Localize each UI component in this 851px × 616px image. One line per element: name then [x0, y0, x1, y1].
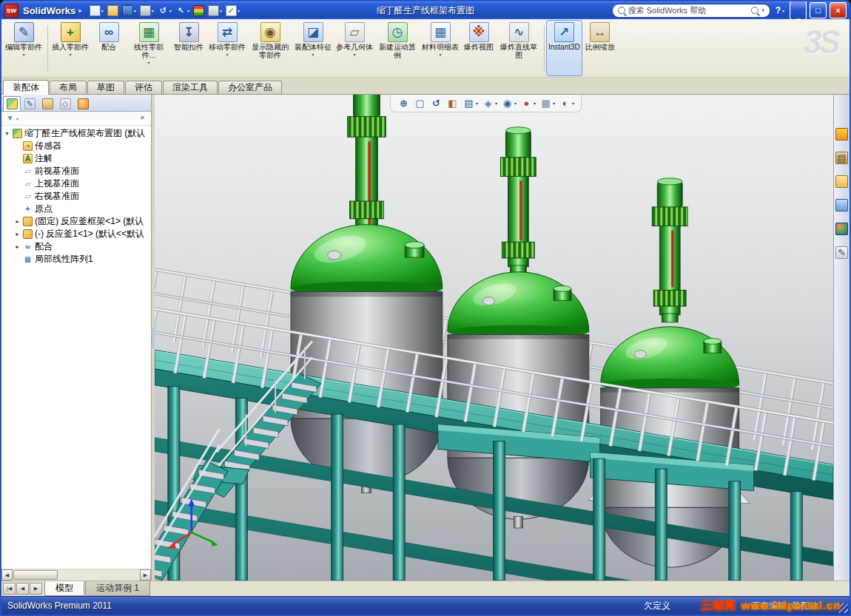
scrollbar-track[interactable] — [13, 569, 140, 581]
panel-overflow-button[interactable]: » — [137, 113, 147, 123]
filter-icon[interactable]: ▼ — [5, 114, 15, 123]
ribbon-tab-label: 办公室产品 — [228, 81, 272, 94]
quick-access-button[interactable]: ✓ ▾ — [224, 4, 241, 17]
restore-button[interactable]: □ — [810, 2, 827, 18]
toolbar-button[interactable]: ⇄ 移动零部件 ▾ — [206, 20, 248, 76]
scroll-right-button[interactable]: ▶ — [140, 569, 151, 581]
solidworks-window: SW SolidWorks ▸ ▾ ▾ ▾ ▾ — [0, 0, 851, 616]
dropdown-caret-icon[interactable]: ▾ — [16, 116, 18, 121]
sheet-tab[interactable]: 运动算例 1 — [85, 581, 150, 596]
quick-access-button[interactable]: ↺ ▾ — [156, 4, 173, 17]
graphics-viewport[interactable]: ⊕ ▾ ▢ ▾ ↺ ▾ ◧ ▾ ▤ ▾ ◈ — [155, 95, 833, 581]
view-tool-button[interactable]: ▤ ▾ — [462, 97, 478, 109]
toolbar-button[interactable]: ▦ 材料明细表 ▾ — [420, 20, 461, 76]
expand-caret-icon[interactable] — [4, 130, 10, 137]
search-icon[interactable] — [751, 7, 758, 14]
toolbar-button-label: Instant3D — [548, 43, 580, 51]
help-search-input[interactable]: 搜索 SolidWorks 帮助 ▾ — [612, 4, 770, 18]
sheet-tab[interactable]: 模型 — [44, 581, 84, 596]
tree-item[interactable]: (固定) 反应釜框架<1> (默认 — [1, 215, 151, 228]
quick-access-button[interactable]: ▾ — [121, 4, 138, 17]
panel-tab[interactable] — [74, 96, 92, 111]
quick-access-button[interactable]: ↖ ▾ — [174, 4, 191, 17]
feature-tree-root[interactable]: 缩丁醛生产线框架布置图 (默认 — [1, 127, 151, 140]
view-tool-button[interactable]: ◧ ▾ — [446, 97, 459, 109]
feature-tree: 缩丁醛生产线框架布置图 (默认 ◔ 传感器 A 注解 — [1, 126, 151, 569]
toolbar-button[interactable]: ▱ 参考几何体 ▾ — [334, 20, 375, 76]
ribbon-tab[interactable]: 布局 — [50, 81, 87, 94]
tree-item[interactable]: ∞ 配合 — [1, 240, 151, 253]
tree-item[interactable]: A 注解 — [1, 152, 151, 165]
tree-item[interactable]: ▦ 局部线性阵列1 — [1, 253, 151, 265]
tree-item[interactable]: (-) 反应釜1<1> (默认<<默认 — [1, 228, 151, 240]
ribbon-tab[interactable]: 草图 — [87, 81, 124, 94]
toolbar-button[interactable]: ↔ 比例缩放 ▾ — [582, 20, 618, 76]
solidworks-logo-icon: SW — [4, 4, 18, 18]
view-tool-button[interactable]: ◈ ▾ — [482, 97, 497, 109]
dropdown-caret-icon[interactable]: ▾ — [761, 7, 764, 13]
sheet-nav-button[interactable]: |◀ — [3, 583, 16, 595]
close-button[interactable]: × — [830, 2, 847, 18]
scroll-left-button[interactable]: ◀ — [1, 569, 13, 581]
ribbon-tab[interactable]: 装配体 — [3, 80, 49, 95]
quick-access-button[interactable]: ▾ — [192, 4, 206, 17]
task-pane-button[interactable] — [835, 175, 849, 189]
panel-tab[interactable]: ◇ — [56, 96, 74, 111]
sheet-nav-button[interactable]: ▶ — [30, 583, 42, 595]
scrollbar-thumb[interactable] — [13, 570, 58, 580]
view-tool-button[interactable]: ⊕ ▾ — [397, 97, 410, 109]
panel-tab[interactable]: ✎ — [21, 96, 38, 111]
toolbar-button[interactable]: ∿ 爆炸直线草图 ▾ — [497, 20, 541, 76]
titlebar[interactable]: SW SolidWorks ▸ ▾ ▾ ▾ ▾ — [1, 1, 850, 19]
panel-tab-bar: ✎ ◇ — [1, 95, 151, 112]
tree-item[interactable]: ◔ 传感器 — [1, 140, 151, 152]
panel-tab[interactable] — [3, 96, 21, 111]
quick-access-button[interactable]: ▾ — [206, 4, 223, 17]
expand-caret-icon[interactable] — [14, 231, 21, 237]
view-tool-button[interactable]: ◐ ▾ — [559, 97, 574, 109]
ribbon-tab[interactable]: 办公室产品 — [218, 81, 282, 94]
menu-expand-arrow-icon[interactable]: ▸ — [78, 7, 82, 14]
help-button[interactable]: ? ▾ — [773, 5, 787, 16]
view-tool-button[interactable]: ▢ ▾ — [414, 97, 426, 109]
toolbar-button[interactable]: ✎ 编辑零部件 ▾ — [3, 20, 44, 76]
view-tool-button[interactable]: ● ▾ — [520, 97, 536, 109]
view-tool-button[interactable]: ▦ ▾ — [539, 97, 555, 109]
toolbar-button[interactable]: ▦ 线性零部件... ▾ — [127, 20, 171, 76]
toolbar-button[interactable]: ↧ 智能扣件 ▾ — [171, 20, 206, 76]
3d-scene[interactable] — [155, 95, 833, 581]
toolbar-button[interactable]: ◉ 显示隐藏的零部件 ▾ — [248, 20, 292, 76]
toolbar-button[interactable]: ↗ Instant3D ▾ — [546, 20, 582, 76]
sensors-icon: ◔ — [23, 141, 33, 151]
sheet-tab-label: 模型 — [56, 582, 73, 595]
tree-item[interactable]: ▱ 右视基准面 — [1, 190, 151, 203]
panel-tab[interactable] — [38, 96, 56, 111]
quick-access-button[interactable]: ▾ — [88, 4, 105, 17]
task-pane-button[interactable]: ▤ — [835, 151, 849, 165]
task-pane-button[interactable] — [835, 198, 849, 212]
toolbar-button[interactable]: ※ 爆炸视图 ▾ — [461, 20, 497, 76]
task-pane-button[interactable]: ✎ — [835, 246, 849, 260]
toolbar-button[interactable]: + 插入零部件 ▾ — [50, 20, 91, 76]
tree-item[interactable]: ▱ 上视基准面 — [1, 177, 151, 190]
toolbar-button[interactable]: ◪ 装配体特征 ▾ — [292, 20, 334, 76]
task-pane-button[interactable] — [835, 127, 849, 141]
ribbon-tab[interactable]: 渲染工具 — [163, 81, 218, 94]
edit-component-icon: ✎ — [14, 22, 34, 42]
view-tool-button[interactable]: ◉ ▾ — [501, 97, 517, 109]
expand-caret-icon[interactable] — [14, 218, 21, 225]
quick-access-button[interactable]: ▾ — [106, 4, 120, 17]
sheet-nav-button[interactable]: ◀ — [16, 583, 29, 595]
toolbar-button[interactable]: ◷ 新建运动算例 ▾ — [375, 20, 420, 76]
ribbon-tab[interactable]: 评估 — [125, 81, 162, 94]
tree-item[interactable]: + 原点 — [1, 203, 151, 215]
constraint-status: 欠定义 — [644, 600, 670, 612]
toolbar-button[interactable]: ∞ 配合 ▾ — [91, 20, 127, 76]
expand-caret-icon[interactable] — [14, 243, 21, 250]
task-pane-button[interactable] — [835, 222, 849, 236]
panel-scrollbar[interactable]: ◀ ▶ — [1, 569, 151, 581]
quick-access-button[interactable]: ▾ — [138, 4, 155, 17]
tree-item[interactable]: ▱ 前视基准面 — [1, 165, 151, 177]
view-tool-button[interactable]: ↺ ▾ — [430, 97, 443, 109]
minimize-button[interactable]: _ — [790, 1, 807, 20]
